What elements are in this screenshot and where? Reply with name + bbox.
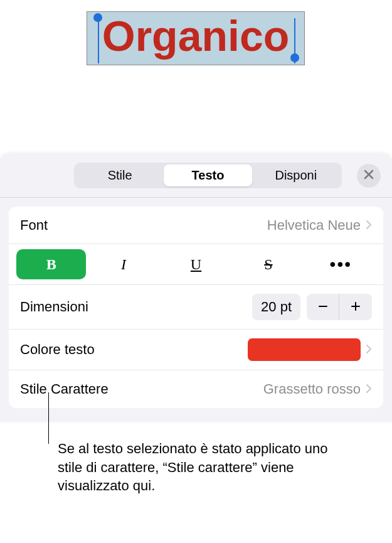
size-label: Dimensioni [20,299,88,315]
chevron-right-icon [366,217,372,234]
size-decrease-button[interactable] [307,294,339,320]
underline-button[interactable]: U [161,249,231,279]
character-style-value-wrapper: Grassetto rosso [263,381,372,397]
size-stepper [307,294,372,320]
size-row: Dimensioni 20 pt [9,285,383,330]
text-color-label: Colore testo [20,341,95,358]
font-row[interactable]: Font Helvetica Neue [9,207,383,244]
segmented-control: Stile Testo Disponi [74,163,342,188]
italic-button[interactable]: I [88,249,158,279]
minus-icon [317,298,329,317]
callout-line [48,392,49,444]
panel-header: Stile Testo Disponi [0,154,392,198]
chevron-right-icon [366,381,372,397]
bold-button[interactable]: B [16,249,86,279]
font-value-wrapper: Helvetica Neue [267,217,372,234]
selection-handle-bottom-right[interactable] [290,53,299,62]
plus-icon [349,298,362,317]
text-color-swatch[interactable] [248,338,361,361]
character-style-value: Grassetto rosso [263,381,361,397]
font-value: Helvetica Neue [267,217,361,234]
more-options-button[interactable]: ••• [306,249,376,279]
font-label: Font [20,217,48,234]
selected-text[interactable]: Organico [102,12,290,60]
callout: Se al testo selezionato è stato applicat… [58,439,340,495]
canvas-area: Organico [0,0,392,154]
tab-arrange[interactable]: Disponi [252,164,340,186]
character-style-row[interactable]: Stile Carattere Grassetto rosso [9,370,383,408]
strikethrough-button[interactable]: S [233,249,303,279]
tab-style[interactable]: Stile [76,164,164,186]
text-style-buttons: B I U S ••• [9,244,383,285]
selected-text-box[interactable]: Organico [87,11,305,65]
selection-cursor-left [98,18,99,63]
tab-text[interactable]: Testo [164,164,252,186]
text-color-value-wrapper [248,338,372,361]
callout-text: Se al testo selezionato è stato applicat… [58,439,340,495]
close-button[interactable] [357,164,381,188]
close-icon [364,169,374,182]
format-panel: Stile Testo Disponi Font Helvetica Neue … [0,154,392,422]
chevron-right-icon [366,341,372,358]
text-color-row[interactable]: Colore testo [9,330,383,370]
size-controls: 20 pt [252,294,372,320]
size-increase-button[interactable] [339,294,372,320]
more-icon: ••• [330,254,352,274]
character-style-label: Stile Carattere [20,381,109,397]
panel-body: Font Helvetica Neue B I U S ••• Dimensio… [9,207,383,408]
size-value[interactable]: 20 pt [252,294,300,320]
